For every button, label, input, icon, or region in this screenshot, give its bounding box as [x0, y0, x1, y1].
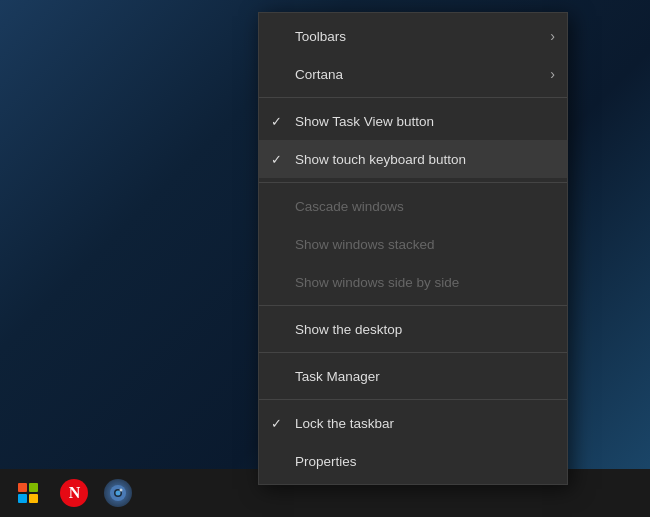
menu-item-touch-keyboard[interactable]: ✓Show touch keyboard button [259, 140, 567, 178]
menu-divider [259, 352, 567, 353]
menu-item-label: Properties [295, 454, 357, 469]
menu-item-label: Lock the taskbar [295, 416, 394, 431]
svg-point-2 [116, 491, 121, 496]
menu-item-task-view[interactable]: ✓Show Task View button [259, 102, 567, 140]
submenu-arrow-icon: › [550, 66, 555, 82]
menu-item-toolbars[interactable]: Toolbars› [259, 17, 567, 55]
menu-divider [259, 305, 567, 306]
menu-item-show-desktop[interactable]: Show the desktop [259, 310, 567, 348]
checkmark-icon: ✓ [271, 114, 282, 129]
win-square-3 [18, 494, 27, 503]
menu-item-stacked: Show windows stacked [259, 225, 567, 263]
menu-item-cortana[interactable]: Cortana› [259, 55, 567, 93]
netflix-taskbar-icon[interactable]: N [54, 473, 94, 513]
steam-taskbar-icon[interactable] [98, 473, 138, 513]
menu-item-label: Show windows stacked [295, 237, 435, 252]
menu-item-cascade: Cascade windows [259, 187, 567, 225]
win-square-4 [29, 494, 38, 503]
menu-item-lock-taskbar[interactable]: ✓Lock the taskbar [259, 404, 567, 442]
menu-divider [259, 97, 567, 98]
menu-item-task-manager[interactable]: Task Manager [259, 357, 567, 395]
start-button[interactable] [4, 469, 52, 517]
menu-item-label: Cortana [295, 67, 343, 82]
menu-item-label: Task Manager [295, 369, 380, 384]
menu-item-properties[interactable]: Properties [259, 442, 567, 480]
menu-item-label: Show windows side by side [295, 275, 459, 290]
menu-item-label: Show the desktop [295, 322, 402, 337]
menu-divider [259, 399, 567, 400]
svg-point-3 [120, 489, 123, 492]
menu-item-label: Show touch keyboard button [295, 152, 466, 167]
netflix-logo: N [60, 479, 88, 507]
checkmark-icon: ✓ [271, 152, 282, 167]
checkmark-icon: ✓ [271, 416, 282, 431]
context-menu: Toolbars›Cortana›✓Show Task View button✓… [258, 12, 568, 485]
menu-item-label: Show Task View button [295, 114, 434, 129]
menu-divider [259, 182, 567, 183]
menu-item-label: Toolbars [295, 29, 346, 44]
win-square-1 [18, 483, 27, 492]
windows-logo [18, 483, 38, 503]
steam-logo [104, 479, 132, 507]
submenu-arrow-icon: › [550, 28, 555, 44]
win-square-2 [29, 483, 38, 492]
menu-item-side-by-side: Show windows side by side [259, 263, 567, 301]
menu-item-label: Cascade windows [295, 199, 404, 214]
